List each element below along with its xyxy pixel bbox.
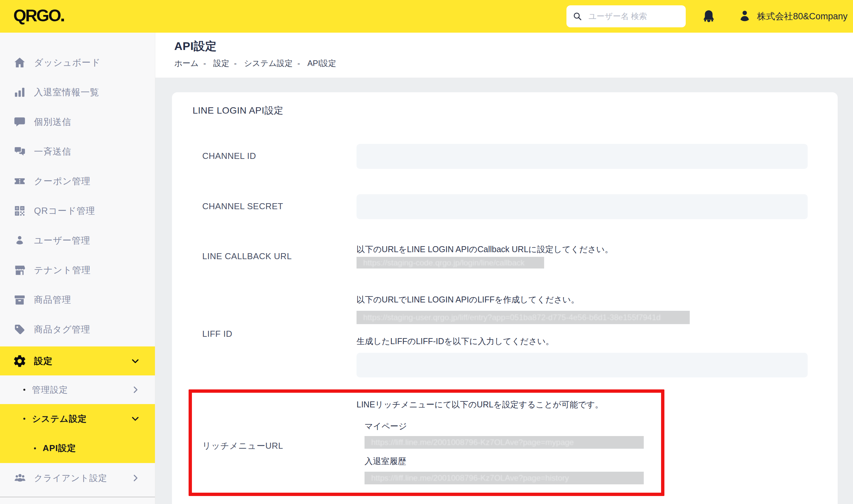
sidebar-item-admin-settings[interactable]: 管理設定 [0,375,155,404]
sidebar-item-label: 商品タグ管理 [34,323,90,336]
mypage-url-text: https://liff.line.me/2001008796-Kz7OLAve… [371,438,574,447]
breadcrumb-separator: - [297,59,300,68]
sidebar-item-product-tag-management[interactable]: 商品タグ管理 [0,314,155,344]
sidebar-item-system-settings[interactable]: システム設定 [0,404,155,433]
channel-id-label: CHANNEL ID [202,151,256,161]
qrgo-logo[interactable]: QRGO [13,7,64,24]
breadcrumb-separator: - [203,59,206,68]
top-bar: QRGO 株式会社80&Company [0,0,853,33]
sidebar-item-dashboard[interactable]: ダッシュボード [0,48,155,77]
bullet-icon [23,389,25,391]
callback-url-text: https://staging-code.qrgo.jp/login/line/… [363,258,525,268]
sidebar-item-coupon-management[interactable]: クーポン管理 [0,166,155,196]
breadcrumb-system-settings[interactable]: システム設定 [244,58,292,69]
sidebar-item-label: クライアント設定 [34,472,107,484]
liff-create-url-value: https://staging-user.qrgo.jp/liff/entry?… [357,311,690,324]
rich-menu-helper-text: LINEリッチメニューにて以下のURLを設定することが可能です。 [357,399,603,410]
sidebar-item-settings[interactable]: 設定 [0,346,155,375]
people-group-icon [13,471,26,485]
chevron-down-icon [130,356,140,366]
bar-chart-icon [13,86,26,98]
box-icon [13,293,26,306]
line-callback-url-label: LINE CALLBACK URL [202,251,292,262]
mypage-url-value: https://liff.line.me/2001008796-Kz7OLAve… [365,436,644,449]
company-name[interactable]: 株式会社80&Company [757,0,848,33]
storefront-icon [13,264,26,276]
liff-id-input[interactable] [357,353,808,377]
line-login-api-card: LINE LOGIN API設定 CHANNEL ID CHANNEL SECR… [172,92,838,504]
history-url-text: https://liff.line.me/2001008796-Kz7OLAve… [371,473,569,483]
sidebar-item-label: API設定 [43,443,76,454]
sidebar-item-label: ダッシュボード [34,57,101,69]
mypage-label: マイページ [365,421,407,432]
sidebar-item-label: 商品管理 [34,294,71,306]
sidebar-item-client-settings[interactable]: クライアント設定 [0,463,155,493]
breadcrumb-separator: - [234,59,236,68]
qr-code-icon [13,204,26,217]
bullet-icon [23,418,25,420]
sidebar-item-label: 入退室情報一覧 [34,86,99,98]
user-search-box[interactable] [566,5,686,27]
history-url-value: https://liff.line.me/2001008796-Kz7OLAve… [365,472,644,484]
liff-create-url-text: https://staging-user.qrgo.jp/liff/entry?… [363,313,661,322]
chat-bubbles-icon [13,145,26,158]
logo-dot [61,19,64,21]
entry-exit-history-label: 入退室履歴 [365,456,406,467]
sidebar-item-broadcast-send[interactable]: 一斉送信 [0,137,155,166]
breadcrumb: ホーム - 設定 - システム設定 - API設定 [174,58,336,69]
sidebar-item-label: 設定 [34,355,53,367]
sidebar-nav: ダッシュボード 入退室情報一覧 個別送信 一斉送信 クーポン管理 QRコード管理 [0,33,155,504]
sidebar-item-tenant-management[interactable]: テナント管理 [0,255,155,285]
chat-bubble-icon [13,115,26,128]
sidebar-item-label: QRコード管理 [34,205,95,217]
sidebar-item-entry-exit-list[interactable]: 入退室情報一覧 [0,77,155,107]
card-heading: LINE LOGIN API設定 [193,104,284,117]
sidebar-item-label: ユーザー管理 [34,235,90,247]
home-icon [13,56,26,69]
chevron-right-icon [130,473,140,483]
callback-url-value: https://staging-code.qrgo.jp/login/line/… [357,257,544,269]
chevron-right-icon [130,385,140,395]
rich-menu-url-label: リッチメニューURL [202,440,283,452]
sidebar-divider [0,497,155,497]
chevron-down-icon [130,414,140,424]
sidebar-item-product-management[interactable]: 商品管理 [0,285,155,314]
sidebar-item-qr-code-management[interactable]: QRコード管理 [0,196,155,226]
callback-helper-text: 以下のURLをLINE LOGIN APIのCallback URLに設定してく… [357,244,613,255]
sidebar-item-user-management[interactable]: ユーザー管理 [0,226,155,255]
sidebar-item-label: テナント管理 [34,264,91,276]
breadcrumb-settings[interactable]: 設定 [213,58,229,69]
search-icon [572,11,583,21]
page-header: API設定 ホーム - 設定 - システム設定 - API設定 [155,33,853,78]
sidebar-item-label: システム設定 [32,413,87,425]
qrgo-logo-text: QRGO [13,6,60,25]
tag-icon [13,323,26,336]
breadcrumb-home[interactable]: ホーム [174,58,199,69]
notification-bell-icon[interactable] [701,9,716,24]
sidebar-item-individual-send[interactable]: 個別送信 [0,107,155,137]
user-icon [13,234,26,247]
channel-id-input[interactable] [357,144,808,169]
sidebar-item-label: 個別送信 [34,116,71,128]
breadcrumb-api-settings[interactable]: API設定 [307,58,336,69]
sidebar-item-label: 管理設定 [32,384,68,396]
coupon-icon [13,175,26,187]
sidebar-item-label: 一斉送信 [34,146,71,158]
liff-create-helper-text: 以下のURLでLINE LOGIN APIのLIFFを作成してください。 [357,294,579,305]
bullet-icon [34,447,36,449]
channel-secret-input[interactable] [357,194,808,219]
liff-id-label: LIFF ID [202,329,232,339]
gear-icon [13,354,26,368]
main-content: API設定 ホーム - 設定 - システム設定 - API設定 LINE LOG… [155,33,853,504]
sidebar-item-api-settings[interactable]: API設定 [0,433,155,463]
sidebar-item-label: クーポン管理 [34,175,91,187]
channel-secret-label: CHANNEL SECRET [202,201,283,212]
account-avatar-icon[interactable] [737,9,752,24]
page-title: API設定 [174,39,217,54]
search-input[interactable] [588,11,680,21]
liff-input-helper-text: 生成したLIFFのLIFF-IDを以下に入力してください。 [357,336,554,347]
